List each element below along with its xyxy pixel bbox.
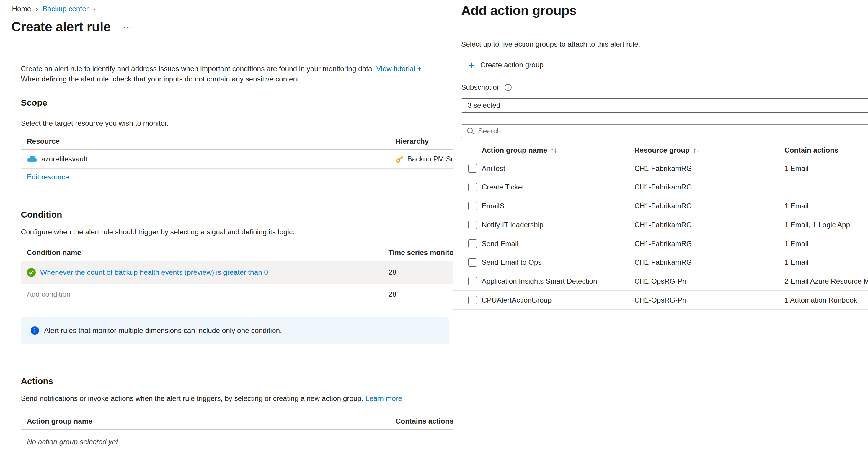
page-title-row: Create alert rule ⋯ — [11, 19, 132, 35]
actions-description: Send notifications or invoke actions whe… — [21, 394, 402, 402]
actions-table-header: Action group name Contains actions — [21, 413, 453, 430]
sort-icon: ↑↓ — [551, 146, 557, 154]
info-banner: Alert rules that monitor multiple dimens… — [21, 317, 448, 344]
action-group-name: Send Email — [482, 240, 634, 248]
action-group-row[interactable]: Application Insights Smart Detection CH1… — [453, 272, 868, 291]
action-groups-table-header: Action group name ↑↓ Resource group ↑↓ C… — [453, 141, 868, 159]
create-action-group-label: Create action group — [480, 61, 544, 69]
contain-actions-value: 1 Email — [784, 240, 868, 248]
subscription-dropdown-value: 3 selected — [468, 101, 500, 109]
info-outline-icon[interactable] — [504, 84, 512, 91]
scope-resource-row[interactable]: azurefilesvault Backup PM Su — [21, 150, 453, 168]
success-check-icon — [27, 268, 36, 277]
scope-table-header: Resource Hierarchy — [21, 133, 453, 150]
condition-count: 28 — [383, 290, 453, 298]
condition-name-column-header: Condition name — [27, 249, 383, 257]
action-group-name: AniTest — [482, 164, 634, 173]
name-column-header[interactable]: Action group name ↑↓ — [482, 146, 634, 154]
resource-group-value: CH1-OpsRG-Pri — [634, 277, 784, 285]
condition-table-header: Condition name Time series monitoring — [21, 245, 453, 261]
actions-heading: Actions — [21, 376, 53, 386]
action-group-row[interactable]: Send Email CH1-FabrikamRG 1 Email — [453, 234, 868, 253]
scope-description: Select the target resource you wish to m… — [21, 119, 168, 128]
hierarchy-column-header: Hierarchy — [396, 137, 453, 145]
breadcrumb: Home › Backup center › — [12, 5, 95, 13]
resource-group-value: CH1-FabrikamRG — [634, 164, 784, 173]
scope-table: Resource Hierarchy azurefilesvault Backu… — [21, 133, 453, 168]
condition-count: 28 — [383, 268, 453, 276]
subscription-dropdown[interactable]: 3 selected — [461, 98, 868, 113]
condition-row-selected[interactable]: Whenever the count of backup health even… — [21, 261, 453, 284]
contain-actions-value: 1 Automation Runbook — [784, 296, 868, 304]
row-checkbox[interactable] — [468, 239, 476, 248]
chevron-right-icon: › — [93, 5, 96, 13]
subscription-key-icon — [396, 155, 403, 163]
resource-group-value: CH1-FabrikamRG — [634, 221, 784, 229]
contains-actions-column-header: Contains actions — [396, 417, 453, 425]
row-checkbox[interactable] — [468, 202, 476, 210]
name-column-label: Action group name — [482, 146, 547, 154]
resource-column-header: Resource — [27, 137, 396, 145]
row-checkbox[interactable] — [468, 277, 476, 285]
action-group-name: EmailS — [482, 202, 634, 210]
cloud-vault-icon — [27, 156, 37, 162]
condition-table: Condition name Time series monitoring Wh… — [21, 245, 453, 305]
intro-line2: When defining the alert rule, check that… — [21, 74, 421, 85]
row-checkbox[interactable] — [468, 183, 476, 191]
action-group-row[interactable]: CPUAlertActionGroup CH1-OpsRG-Pri 1 Auto… — [453, 291, 868, 310]
action-group-row[interactable]: Notify IT leadership CH1-FabrikamRG 1 Em… — [453, 216, 868, 234]
action-group-name-column-header: Action group name — [27, 417, 396, 425]
learn-more-link[interactable]: Learn more — [366, 394, 402, 402]
no-action-group-text: No action group selected yet — [27, 438, 118, 446]
add-condition-label[interactable]: Add condition — [27, 290, 70, 298]
resource-group-value: CH1-FabrikamRG — [634, 240, 784, 248]
action-groups-table: Action group name ↑↓ Resource group ↑↓ C… — [453, 141, 868, 310]
contain-actions-value: 1 Email — [784, 164, 868, 173]
info-banner-text: Alert rules that monitor multiple dimens… — [44, 326, 282, 335]
subscription-label-row: Subscription — [461, 83, 512, 92]
add-condition-row[interactable]: Add condition 28 — [21, 284, 453, 305]
chevron-right-icon: › — [35, 5, 38, 13]
breadcrumb-backup-center-link[interactable]: Backup center — [42, 5, 89, 13]
intro-line1: Create an alert rule to identify and add… — [21, 65, 374, 73]
action-group-row[interactable]: AniTest CH1-FabrikamRG 1 Email — [453, 159, 868, 178]
row-checkbox[interactable] — [468, 164, 476, 172]
actions-empty-row: No action group selected yet — [21, 430, 453, 454]
row-checkbox[interactable] — [468, 296, 476, 304]
search-box[interactable] — [461, 124, 868, 138]
contain-actions-value: 1 Email — [784, 258, 868, 266]
time-series-column-header: Time series monitoring — [383, 249, 453, 257]
action-group-row[interactable]: EmailS CH1-FabrikamRG 1 Email — [453, 197, 868, 216]
contain-actions-column-header: Contain actions — [784, 146, 868, 154]
create-action-group-button[interactable]: + Create action group — [468, 61, 544, 69]
search-icon — [467, 128, 474, 135]
resource-group-value: CH1-FabrikamRG — [634, 258, 784, 266]
condition-link[interactable]: Whenever the count of backup health even… — [40, 268, 268, 276]
resource-group-value: CH1-FabrikamRG — [634, 202, 784, 210]
intro-text: Create an alert rule to identify and add… — [21, 63, 421, 85]
condition-heading: Condition — [21, 209, 62, 220]
action-group-row[interactable]: Send Email to Ops CH1-FabrikamRG 1 Email — [453, 253, 868, 272]
action-group-row[interactable]: Create Ticket CH1-FabrikamRG — [453, 178, 868, 197]
action-group-name: CPUAlertActionGroup — [482, 296, 634, 304]
resource-group-column-header[interactable]: Resource group ↑↓ — [634, 146, 784, 154]
ellipsis-menu-icon[interactable]: ⋯ — [123, 22, 132, 32]
row-checkbox[interactable] — [468, 221, 476, 229]
search-input[interactable] — [478, 127, 868, 135]
edit-resource-link[interactable]: Edit resource — [27, 173, 69, 181]
add-action-groups-panel: Add action groups Select up to five acti… — [453, 0, 868, 456]
resource-group-value: CH1-FabrikamRG — [634, 183, 784, 191]
contain-actions-value: 1 Email, 1 Logic App — [784, 221, 868, 229]
row-checkbox[interactable] — [468, 258, 476, 266]
subscription-label: Subscription — [461, 83, 501, 92]
scope-heading: Scope — [21, 98, 47, 108]
panel-description: Select up to five action groups to attac… — [461, 40, 640, 48]
condition-description: Configure when the alert rule should tri… — [21, 228, 294, 236]
action-group-name: Send Email to Ops — [482, 258, 634, 266]
view-tutorial-link[interactable]: View tutorial + — [376, 65, 421, 73]
page-title: Create alert rule — [11, 19, 111, 35]
breadcrumb-home-link[interactable]: Home — [12, 5, 31, 13]
action-group-name: Application Insights Smart Detection — [482, 277, 634, 285]
resource-group-column-label: Resource group — [634, 146, 690, 154]
action-group-name: Notify IT leadership — [482, 221, 634, 229]
